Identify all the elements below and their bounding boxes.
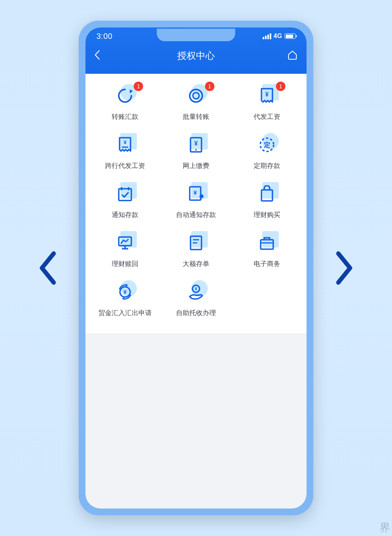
item-label: 电子商务 [254, 259, 280, 268]
svg-marker-0 [130, 89, 133, 93]
carousel-next-button[interactable] [334, 250, 355, 286]
nav-bar: 授权中心 [85, 45, 307, 67]
hand-coin-icon: ¥ [187, 283, 205, 301]
function-grid: 1 转账汇款 1 批量转账 1 ¥ [89, 85, 303, 317]
svg-marker-29 [122, 297, 125, 300]
item-batch-transfer[interactable]: 1 批量转账 [160, 85, 231, 121]
svg-point-8 [195, 149, 197, 151]
svg-text:¥: ¥ [265, 91, 269, 98]
item-label: 代发工资 [254, 112, 280, 121]
item-interbank-payroll[interactable]: ¥ 跨行代发工资 [89, 134, 160, 170]
svg-rect-17 [261, 190, 272, 201]
item-label: 批量转账 [183, 112, 209, 121]
item-wealth-buy[interactable]: 理财购买 [232, 183, 303, 219]
item-label: 自助托收办理 [176, 308, 216, 317]
svg-text:¥: ¥ [123, 139, 127, 145]
item-label: 网上缴费 [183, 161, 209, 170]
item-auto-notice-deposit[interactable]: ¥ 自动通知存款 [160, 183, 231, 219]
receipt-icon: ¥ [259, 87, 275, 104]
item-label: 转账汇款 [112, 112, 138, 121]
item-payroll[interactable]: 1 ¥ 代发工资 [232, 85, 303, 121]
item-label: 大额存单 [183, 259, 209, 268]
item-large-cd[interactable]: 大额存单 [160, 232, 231, 268]
briefcase-icon [258, 235, 276, 251]
badge: 1 [276, 82, 285, 91]
signal-icon [263, 33, 271, 39]
svg-text:¥: ¥ [194, 189, 197, 196]
shopping-bag-icon [259, 185, 275, 202]
svg-text:定: 定 [263, 141, 270, 149]
svg-point-1 [190, 89, 202, 102]
svg-text:¥: ¥ [195, 286, 198, 291]
svg-text:¥: ¥ [123, 289, 127, 295]
svg-text:¥: ¥ [194, 140, 198, 147]
item-label: 定期存款 [254, 161, 280, 170]
svg-rect-11 [119, 189, 131, 201]
monitor-chart-icon [116, 235, 134, 251]
item-ecommerce[interactable]: 电子商务 [232, 232, 303, 268]
item-self-collection[interactable]: ¥ 自助托收办理 [160, 281, 231, 317]
fixed-icon: 定 [258, 136, 276, 153]
item-fixed-deposit[interactable]: 定 定期存款 [232, 134, 303, 170]
exchange-icon: ¥ [116, 283, 134, 301]
app-header: 3:00 4G 授权中心 [85, 27, 307, 74]
svg-point-2 [193, 93, 199, 99]
item-transfer[interactable]: 1 转账汇款 [89, 85, 160, 121]
item-label: 自动通知存款 [176, 210, 216, 219]
status-time: 3:00 [96, 32, 157, 41]
svg-rect-24 [261, 240, 273, 249]
tablet-pay-icon: ¥ [188, 136, 204, 153]
calendar-check-icon [117, 186, 133, 202]
svg-marker-28 [125, 284, 128, 287]
item-label: 跨行代发工资 [105, 161, 145, 170]
refresh-icon [116, 87, 134, 104]
receipt-bell-icon: ¥ [188, 185, 204, 202]
page-title: 授权中心 [177, 49, 215, 62]
svg-point-16 [201, 198, 202, 199]
item-label: 理财赎回 [112, 259, 138, 268]
item-online-payment[interactable]: ¥ 网上缴费 [160, 134, 231, 170]
phone-screen: 3:00 4G 授权中心 1 [85, 27, 307, 509]
phone-notch [157, 29, 235, 41]
receipt-line-icon: ¥ [117, 136, 133, 153]
badge: 1 [134, 82, 143, 91]
item-trade-finance[interactable]: ¥ 贸金汇入汇出申请 [89, 281, 160, 317]
home-button[interactable] [287, 49, 298, 62]
network-label: 4G [274, 33, 282, 40]
double-refresh-icon [187, 87, 205, 104]
watermark: 界 [379, 520, 390, 535]
item-label: 贸金汇入汇出申请 [98, 308, 152, 317]
back-button[interactable] [94, 49, 100, 62]
battery-icon [285, 33, 296, 39]
item-label: 理财购买 [254, 210, 280, 219]
phone-frame: 3:00 4G 授权中心 1 [78, 20, 314, 516]
document-icon [189, 234, 203, 252]
item-label: 通知存款 [112, 210, 138, 219]
item-notice-deposit[interactable]: 通知存款 [89, 183, 160, 219]
badge: 1 [205, 82, 214, 91]
item-wealth-redeem[interactable]: 理财赎回 [89, 232, 160, 268]
carousel-prev-button[interactable] [37, 250, 58, 286]
content-area: 1 转账汇款 1 批量转账 1 ¥ [85, 74, 307, 333]
status-bar: 3:00 4G [85, 27, 307, 45]
